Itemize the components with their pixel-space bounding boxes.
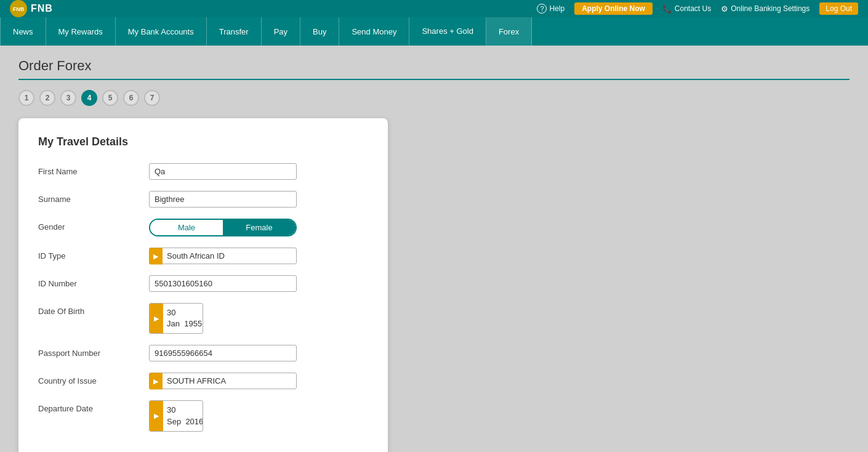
- gender-field: Male Female: [149, 219, 368, 236]
- first-name-input[interactable]: [149, 163, 297, 180]
- form-title: My Travel Details: [38, 135, 368, 148]
- gear-icon: ⚙: [721, 4, 728, 14]
- dob-field: ▶ 30 Jan 1955: [149, 303, 368, 334]
- id-number-field: [149, 275, 368, 292]
- step-indicators: 1 2 3 4 5 6 7: [18, 90, 850, 106]
- id-type-row: ID Type ▶ South African ID Passport: [38, 248, 368, 264]
- svg-text:FNB: FNB: [13, 6, 24, 12]
- logo-area: FNB FNB: [10, 0, 53, 17]
- country-row: Country of Issue ▶ SOUTH AFRICA: [38, 373, 368, 389]
- banking-settings-link[interactable]: ⚙ Online Banking Settings: [721, 4, 810, 14]
- id-number-row: ID Number: [38, 275, 368, 292]
- logout-button[interactable]: Log Out: [819, 2, 858, 15]
- step-1[interactable]: 1: [18, 90, 34, 106]
- departure-date-row: Departure Date ▶ 30 Sep 2016: [38, 400, 368, 431]
- first-name-field: [149, 163, 368, 180]
- step-3[interactable]: 3: [60, 90, 76, 106]
- passport-label: Passport Number: [38, 345, 149, 358]
- travel-details-form: My Travel Details First Name Surname Gen…: [18, 118, 388, 452]
- step-2[interactable]: 2: [39, 90, 55, 106]
- step-4-active[interactable]: 4: [81, 90, 97, 106]
- passport-field: [149, 345, 368, 361]
- id-type-select[interactable]: South African ID Passport: [149, 248, 297, 264]
- question-icon: ?: [537, 4, 547, 14]
- dob-arrow-icon: ▶: [150, 304, 163, 333]
- nav-pay[interactable]: Pay: [262, 17, 300, 46]
- country-select[interactable]: SOUTH AFRICA: [149, 373, 297, 389]
- fnb-logo-text: FNB: [31, 3, 53, 14]
- main-content: Order Forex 1 2 3 4 5 6 7 My Travel Deta…: [0, 46, 868, 452]
- departure-date-label: Departure Date: [38, 400, 149, 413]
- gender-female-option[interactable]: Female: [223, 220, 295, 235]
- id-number-label: ID Number: [38, 275, 149, 288]
- first-name-row: First Name: [38, 163, 368, 180]
- surname-input[interactable]: [149, 191, 297, 208]
- page-title-section: Order Forex: [18, 58, 850, 80]
- fnb-logo-circle: FNB: [10, 0, 27, 17]
- step-6[interactable]: 6: [123, 90, 139, 106]
- departure-date-field: ▶ 30 Sep 2016: [149, 400, 368, 431]
- id-type-select-wrapper: ▶ South African ID Passport: [149, 248, 297, 264]
- surname-field: [149, 191, 368, 208]
- id-type-field: ▶ South African ID Passport: [149, 248, 368, 264]
- country-select-wrapper: ▶ SOUTH AFRICA: [149, 373, 297, 389]
- dob-date-picker[interactable]: ▶ 30 Jan 1955: [149, 303, 203, 334]
- step-7[interactable]: 7: [144, 90, 160, 106]
- surname-row: Surname: [38, 191, 368, 208]
- nav-buy[interactable]: Buy: [300, 17, 339, 46]
- surname-label: Surname: [38, 191, 149, 204]
- dob-row: Date Of Birth ▶ 30 Jan 1955: [38, 303, 368, 334]
- page-title: Order Forex: [18, 58, 850, 74]
- id-type-label: ID Type: [38, 248, 149, 260]
- top-bar: FNB FNB ? Help Apply Online Now 📞 Contac…: [0, 0, 868, 17]
- help-link[interactable]: ? Help: [537, 4, 565, 14]
- departure-date-picker[interactable]: ▶ 30 Sep 2016: [149, 400, 203, 431]
- first-name-label: First Name: [38, 163, 149, 176]
- fnb-logo: FNB FNB: [10, 0, 53, 17]
- gender-toggle: Male Female: [149, 219, 297, 236]
- nav-my-rewards[interactable]: My Rewards: [46, 17, 116, 46]
- country-label: Country of Issue: [38, 373, 149, 385]
- contact-link[interactable]: 📞 Contact Us: [662, 4, 711, 14]
- apply-online-button[interactable]: Apply Online Now: [574, 2, 653, 15]
- nav-my-bank-accounts[interactable]: My Bank Accounts: [116, 17, 207, 46]
- country-field: ▶ SOUTH AFRICA: [149, 373, 368, 389]
- gender-male-option[interactable]: Male: [150, 220, 223, 235]
- phone-icon: 📞: [662, 4, 672, 14]
- gender-row: Gender Male Female: [38, 219, 368, 236]
- dob-label: Date Of Birth: [38, 303, 149, 316]
- nav-shares-gold[interactable]: Shares + Gold: [409, 17, 486, 46]
- nav-forex[interactable]: Forex: [486, 17, 532, 46]
- nav-news[interactable]: News: [0, 17, 46, 46]
- nav-send-money[interactable]: Send Money: [339, 17, 409, 46]
- nav-bar: News My Rewards My Bank Accounts Transfe…: [0, 17, 868, 46]
- passport-row: Passport Number: [38, 345, 368, 361]
- departure-arrow-icon: ▶: [150, 401, 163, 430]
- step-5[interactable]: 5: [102, 90, 118, 106]
- nav-transfer[interactable]: Transfer: [207, 17, 262, 46]
- passport-input[interactable]: [149, 345, 297, 361]
- gender-label: Gender: [38, 219, 149, 232]
- id-number-input[interactable]: [149, 275, 297, 292]
